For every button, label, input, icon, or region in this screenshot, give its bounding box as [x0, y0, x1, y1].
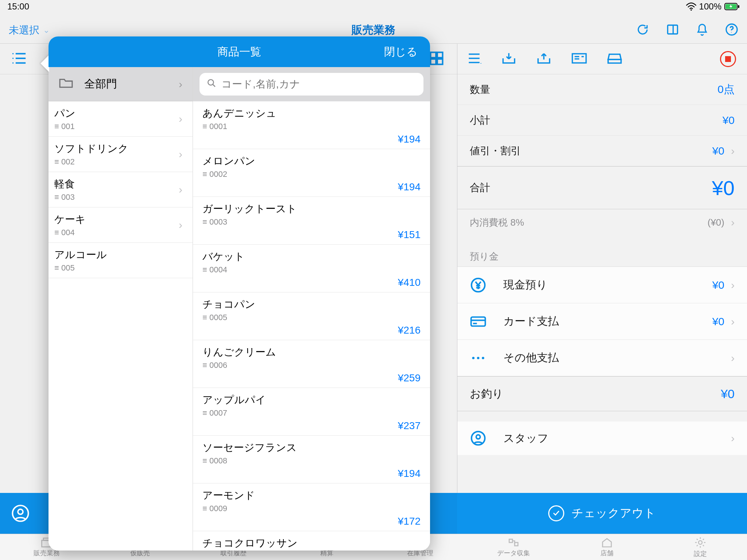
product-item[interactable]: アーモンド≡ 0009¥172 — [193, 483, 430, 531]
svg-point-34 — [476, 435, 480, 439]
chevron-right-icon: › — [179, 219, 182, 231]
battery-icon — [724, 3, 740, 10]
tab-data[interactable]: データ収集 — [467, 534, 560, 560]
product-name: あんデニッシュ — [202, 106, 421, 120]
yen-circle-icon — [470, 277, 487, 293]
product-name: アップルパイ — [202, 393, 421, 407]
receipt-icon[interactable] — [571, 52, 587, 66]
product-search-input[interactable] — [221, 78, 416, 90]
product-item[interactable]: チョコクロワッサン≡ 0010¥151 — [193, 531, 430, 551]
drawer-icon[interactable] — [607, 52, 622, 66]
svg-text:+: + — [480, 59, 481, 65]
pay-card-label: カード支払 — [503, 314, 559, 329]
popup-close-button[interactable]: 閉じる — [384, 44, 418, 59]
chevron-right-icon: › — [179, 113, 182, 125]
tab-store[interactable]: 店舗 — [560, 534, 654, 560]
category-item[interactable]: 軽食≡ 003› — [49, 172, 193, 207]
product-list[interactable]: あんデニッシュ≡ 0001¥194メロンパン≡ 0002¥194ガーリックトース… — [193, 101, 430, 551]
pay-other-label: その他支払 — [503, 350, 559, 365]
product-column: あんデニッシュ≡ 0001¥194メロンパン≡ 0002¥194ガーリックトース… — [193, 67, 430, 551]
battery-percent: 100% — [699, 1, 721, 12]
credit-card-icon — [470, 313, 487, 330]
svg-point-0 — [690, 9, 692, 11]
ellipsis-icon — [470, 350, 487, 366]
product-item[interactable]: アップルパイ≡ 0007¥237 — [193, 388, 430, 436]
checkout-label: チェックアウト — [572, 505, 656, 521]
svg-point-48 — [698, 541, 702, 544]
product-price: ¥151 — [202, 229, 421, 241]
product-price: ¥172 — [202, 516, 421, 527]
category-item[interactable]: ケーキ≡ 004› — [49, 207, 193, 243]
product-name: りんごクリーム — [202, 345, 421, 359]
product-name: ソーセージフランス — [202, 441, 421, 455]
product-search[interactable] — [200, 73, 423, 96]
chevron-right-icon: › — [179, 78, 182, 90]
sync-icon[interactable] — [636, 23, 649, 38]
staff-label: スタッフ — [503, 431, 549, 446]
grid-icon[interactable] — [429, 50, 446, 68]
category-item[interactable]: パン≡ 001› — [49, 101, 193, 137]
product-code: ≡ 0002 — [202, 170, 421, 179]
svg-rect-17 — [437, 59, 443, 64]
row-total: 合計 ¥0 — [457, 166, 747, 209]
product-item[interactable]: りんごクリーム≡ 0006¥259 — [193, 340, 430, 388]
total-value: ¥0 — [712, 176, 735, 200]
change-value: ¥0 — [721, 387, 735, 401]
svg-point-12 — [12, 58, 14, 59]
product-item[interactable]: メロンパン≡ 0002¥194 — [193, 149, 430, 197]
chevron-right-icon: › — [731, 279, 735, 291]
category-code: ≡ 003 — [54, 192, 75, 202]
user-button[interactable] — [0, 493, 41, 534]
status-time: 15:00 — [7, 1, 29, 12]
category-all-label: 全部門 — [84, 77, 117, 92]
record-button[interactable] — [720, 51, 736, 67]
product-item[interactable]: ガーリックトースト≡ 0003¥151 — [193, 197, 430, 245]
checkout-button[interactable]: チェックアウト — [457, 493, 747, 534]
svg-point-49 — [208, 79, 213, 85]
order-toolbar: + — [457, 44, 747, 74]
category-item[interactable]: アルコール≡ 005 — [49, 243, 193, 278]
chevron-right-icon: › — [731, 315, 735, 328]
product-item[interactable]: あんデニッシュ≡ 0001¥194 — [193, 101, 430, 149]
category-item[interactable]: ソフトドリンク≡ 002› — [49, 137, 193, 172]
search-icon — [207, 78, 216, 90]
help-icon[interactable] — [725, 23, 738, 38]
order-lines-icon[interactable]: + — [467, 52, 481, 66]
check-circle-icon — [548, 505, 564, 521]
product-price: ¥194 — [202, 181, 421, 193]
category-all[interactable]: 全部門 › — [49, 67, 193, 101]
pay-card-value: ¥0 — [712, 315, 724, 328]
row-tax[interactable]: 内消費税 8% (¥0) › — [457, 209, 747, 236]
person-circle-icon — [470, 430, 487, 447]
inbox-out-icon[interactable] — [536, 51, 551, 67]
popup-title: 商品一覧 — [217, 44, 261, 59]
svg-line-50 — [213, 84, 215, 87]
row-quantity: 数量 0点 — [457, 74, 747, 105]
product-price: ¥410 — [202, 277, 421, 288]
product-item[interactable]: ソーセージフランス≡ 0008¥194 — [193, 436, 430, 483]
pay-card-row[interactable]: カード支払 ¥0 › — [457, 303, 747, 340]
product-code: ≡ 0008 — [202, 456, 421, 466]
tab-settings[interactable]: 設定 — [654, 534, 747, 560]
inbox-in-icon[interactable] — [501, 51, 516, 67]
bell-icon[interactable] — [696, 23, 708, 38]
svg-rect-46 — [509, 539, 512, 542]
svg-rect-14 — [431, 52, 436, 58]
product-name: バケット — [202, 250, 421, 264]
product-price: ¥237 — [202, 420, 421, 432]
discount-value: ¥0 — [712, 145, 724, 157]
row-staff[interactable]: スタッフ › — [457, 421, 747, 455]
folder-icon — [59, 77, 73, 91]
svg-rect-16 — [431, 59, 436, 64]
row-discount[interactable]: 値引・割引 ¥0 › — [457, 136, 747, 166]
list-icon[interactable] — [11, 51, 27, 67]
pay-other-row[interactable]: その他支払 › — [457, 340, 747, 376]
panel-split-icon[interactable] — [666, 23, 679, 38]
svg-point-11 — [12, 53, 14, 54]
product-item[interactable]: チョコパン≡ 0005¥216 — [193, 292, 430, 340]
pay-cash-row[interactable]: 現金預り ¥0 › — [457, 267, 747, 303]
chevron-right-icon: › — [731, 432, 735, 444]
product-item[interactable]: バケット≡ 0004¥410 — [193, 245, 430, 292]
tax-value: (¥0) — [708, 217, 724, 228]
total-label: 合計 — [470, 181, 490, 195]
